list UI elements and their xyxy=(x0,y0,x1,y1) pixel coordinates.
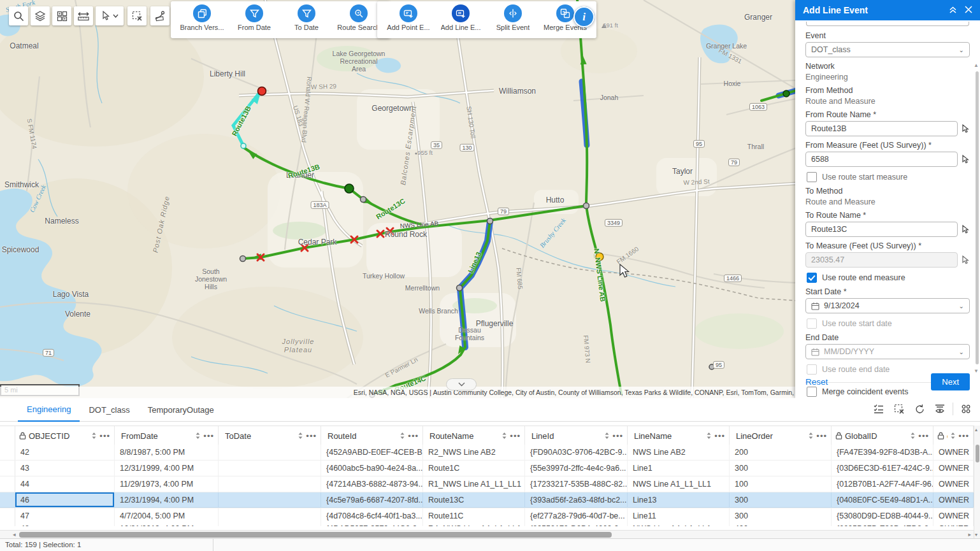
reset-button[interactable]: Reset xyxy=(805,377,931,387)
collapse-panel-icon[interactable] xyxy=(949,6,957,15)
from-measure-input[interactable]: 6588 xyxy=(805,152,958,167)
partial-table-row: 4812/31/2013, 4:00 PM{4DAD5057-3570-44C2… xyxy=(0,521,974,526)
column-header-RouteId[interactable]: RouteId••• xyxy=(321,426,423,445)
event-select[interactable]: DOT_class ⌄ xyxy=(805,42,970,57)
add-line-event-button[interactable]: Add Line E... xyxy=(436,4,486,31)
table-row[interactable]: 428/8/1987, 5:00 PM{452A9ABD-E0EF-4CEB-B… xyxy=(0,445,974,461)
horizontal-scrollbar[interactable]: ◂ ▸ xyxy=(0,530,974,539)
table-row[interactable]: 4411/29/1973, 4:00 PM{47214AB3-6882-4873… xyxy=(0,476,974,492)
table-cell: OWNER xyxy=(933,521,974,526)
sort-icon[interactable] xyxy=(706,432,712,440)
map-canvas[interactable]: OatmealLiberty HillSmithwickNamelessSpic… xyxy=(0,0,796,398)
status-bar: Total: 159 | Selection: 1 xyxy=(0,538,980,551)
branch-version-button[interactable]: Branch Vers... xyxy=(177,4,227,31)
sort-icon[interactable] xyxy=(501,432,507,440)
sort-icon[interactable] xyxy=(195,432,201,440)
end-date-input[interactable]: MM/DD/YYYY ⌄ xyxy=(805,344,970,359)
panel-scrollbar[interactable] xyxy=(976,71,979,364)
use-route-end-measure-row[interactable]: Use route end measure xyxy=(807,273,970,283)
column-header-LineName[interactable]: LineName••• xyxy=(628,426,730,445)
from-route-name-label: From Route Name * xyxy=(805,110,970,119)
from-route-name-input[interactable]: Route13B xyxy=(805,121,958,136)
scrollbar-thumb[interactable] xyxy=(976,445,979,462)
use-route-start-measure-row[interactable]: Use route start measure xyxy=(807,172,970,182)
table-row[interactable]: 4612/31/1994, 4:00 PM{4c5e79a6-6687-4207… xyxy=(0,492,974,508)
column-menu-icon[interactable]: ••• xyxy=(408,431,419,441)
checkbox-checked[interactable] xyxy=(807,273,817,283)
column-menu-icon[interactable]: ••• xyxy=(99,431,110,441)
pick-on-map-icon[interactable] xyxy=(962,225,970,234)
sort-icon[interactable] xyxy=(950,432,956,440)
sort-icon[interactable] xyxy=(808,432,814,440)
zoom-search-button[interactable] xyxy=(9,6,28,25)
to-method-value: Route and Measure xyxy=(805,197,970,206)
table-cell: 200 xyxy=(730,445,832,460)
table-options-button[interactable] xyxy=(957,400,975,418)
refresh-button[interactable] xyxy=(911,400,928,418)
tab-dot-class[interactable]: DOT_class xyxy=(80,399,138,421)
use-route-start-date-row[interactable]: Use route start date xyxy=(807,318,970,329)
column-menu-icon[interactable]: ••• xyxy=(612,431,623,441)
from-date-button[interactable]: From Date xyxy=(229,4,279,31)
vertical-scrollbar[interactable]: ▴ ▾ xyxy=(974,426,980,539)
close-panel-icon[interactable] xyxy=(965,6,972,15)
scroll-down-icon[interactable]: ▼ xyxy=(974,368,979,374)
start-date-input[interactable]: 9/13/2024 ⌄ xyxy=(805,298,970,313)
scroll-up-icon[interactable]: ▴ xyxy=(975,427,977,433)
checkbox-unchecked[interactable] xyxy=(807,172,817,182)
identify-route-button[interactable] xyxy=(150,6,169,25)
table-toolbar xyxy=(870,400,975,418)
select-tool-button[interactable] xyxy=(96,6,124,25)
next-button[interactable]: Next xyxy=(931,373,970,390)
column-header-FromDate[interactable]: FromDate••• xyxy=(115,426,219,445)
tab-temporary-outage[interactable]: TemporaryOutage xyxy=(139,399,223,421)
column-menu-icon[interactable]: ••• xyxy=(918,431,929,441)
column-header-LineId[interactable]: LineId••• xyxy=(525,426,628,445)
info-button[interactable]: i xyxy=(573,6,594,27)
pick-on-map-icon[interactable] xyxy=(962,255,970,264)
sort-icon[interactable] xyxy=(604,432,610,440)
column-header-create[interactable]: create••• xyxy=(933,426,974,445)
show-hide-columns-button[interactable] xyxy=(931,400,949,418)
column-header-GlobalID[interactable]: GlobalID••• xyxy=(832,426,933,445)
table-cell: R4_NWS Line A4_L1_LL1 xyxy=(423,521,525,526)
scroll-right-icon[interactable]: ▸ xyxy=(968,531,971,538)
clear-selection-button[interactable] xyxy=(127,6,147,25)
split-event-button[interactable]: Split Event xyxy=(488,4,538,31)
table-row[interactable]: 4812/31/2013, 4:00 PM{4DAD5057-3570-44C2… xyxy=(0,521,974,526)
column-menu-icon[interactable]: ••• xyxy=(714,431,725,441)
scroll-left-icon[interactable]: ◂ xyxy=(13,531,16,538)
sort-icon[interactable] xyxy=(400,432,405,440)
basemap-gallery-button[interactable] xyxy=(52,6,71,25)
table-cell: 8/8/1987, 5:00 PM xyxy=(115,445,219,460)
scrollbar-thumb[interactable] xyxy=(19,532,612,538)
column-menu-icon[interactable]: ••• xyxy=(816,431,827,441)
clear-table-selection-button[interactable] xyxy=(890,400,908,418)
sort-icon[interactable] xyxy=(91,432,97,440)
tab-engineering[interactable]: Engineering xyxy=(18,398,80,422)
route-search-button[interactable]: Route Search xyxy=(334,4,384,31)
attribution-collapse-tab[interactable] xyxy=(446,378,477,390)
sort-icon[interactable] xyxy=(910,432,916,440)
measure-button[interactable] xyxy=(74,6,93,25)
table-cell: Route1C xyxy=(423,461,525,476)
table-row[interactable]: 4312/31/1999, 4:00 PM{4600abc5-ba90-4e24… xyxy=(0,461,974,476)
column-header-RouteName[interactable]: RouteName••• xyxy=(423,426,525,445)
scroll-up-icon[interactable]: ▲ xyxy=(974,62,979,68)
column-menu-icon[interactable]: ••• xyxy=(510,431,521,441)
column-menu-icon[interactable]: ••• xyxy=(306,431,317,441)
to-date-button[interactable]: To Date xyxy=(282,4,331,31)
column-menu-icon[interactable]: ••• xyxy=(203,431,214,441)
scroll-down-icon[interactable]: ▾ xyxy=(975,532,977,538)
column-header-LineOrder[interactable]: LineOrder••• xyxy=(730,426,832,445)
pick-on-map-icon[interactable] xyxy=(962,155,970,164)
column-header-ToDate[interactable]: ToDate••• xyxy=(219,426,321,445)
column-menu-icon[interactable]: ••• xyxy=(958,431,969,441)
column-header-OBJECTID[interactable]: OBJECTID••• xyxy=(15,426,115,445)
sort-icon[interactable] xyxy=(298,432,303,440)
add-point-event-button[interactable]: Add Point E... xyxy=(384,4,433,31)
show-selected-records-button[interactable] xyxy=(870,400,888,418)
pick-on-map-icon[interactable] xyxy=(962,124,970,133)
to-route-name-input[interactable]: Route13C xyxy=(805,222,958,237)
layers-button[interactable] xyxy=(31,6,50,25)
